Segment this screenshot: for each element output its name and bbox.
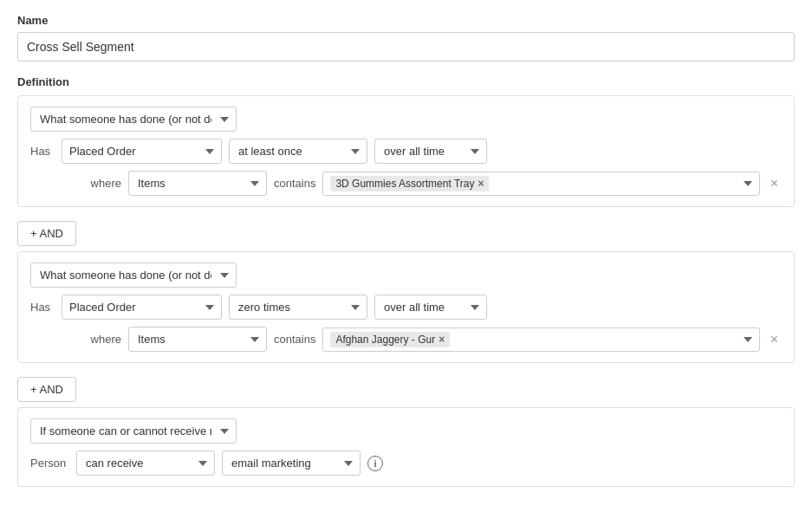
condition-block-3: If someone can or cannot receive marketi…	[17, 407, 795, 487]
remove-condition-2[interactable]: ×	[767, 331, 782, 348]
definition-label: Definition	[17, 75, 795, 88]
name-label: Name	[17, 14, 795, 27]
condition-type-select-2[interactable]: What someone has done (or not done)	[30, 262, 237, 288]
condition-block-1: What someone has done (or not done) Has …	[17, 95, 795, 207]
tag-container-2[interactable]: Afghan Jaggery - Gur ×	[322, 327, 759, 352]
where-label-1: where	[82, 177, 121, 190]
and-button-2[interactable]: + AND	[17, 377, 76, 402]
frequency-select-1[interactable]: at least once	[229, 139, 367, 164]
time-select-2[interactable]: over all time	[374, 295, 487, 320]
marketing-select[interactable]: email marketing	[222, 450, 361, 476]
time-select-1[interactable]: over all time	[374, 139, 487, 164]
tag-label-2: Afghan Jaggery - Gur	[335, 334, 435, 346]
tag-1: 3D Gummies Assortment Tray ×	[330, 176, 489, 191]
tag-label-1: 3D Gummies Assortment Tray	[335, 178, 474, 190]
frequency-select-2[interactable]: zero times	[229, 295, 367, 320]
condition-type-row-3: If someone can or cannot receive marketi…	[30, 418, 782, 444]
condition-type-select-3[interactable]: If someone can or cannot receive marketi…	[30, 418, 237, 444]
contains-label-1: contains	[274, 177, 315, 190]
where-label-2: where	[82, 333, 121, 346]
tag-container-1[interactable]: 3D Gummies Assortment Tray ×	[322, 172, 759, 196]
where-row-2: where Items contains Afghan Jaggery - Gu…	[82, 327, 782, 352]
condition-type-row-1: What someone has done (or not done)	[30, 107, 782, 132]
event-select-2[interactable]: Placed Order	[62, 295, 222, 320]
tag-remove-2[interactable]: ×	[438, 334, 445, 345]
condition-block-2: What someone has done (or not done) Has …	[17, 251, 795, 363]
tag-remove-1[interactable]: ×	[477, 178, 484, 189]
contains-label-2: contains	[274, 333, 315, 346]
where-field-select-2[interactable]: Items	[128, 327, 267, 352]
has-row-1: Has Placed Order at least once over all …	[30, 139, 782, 164]
person-select[interactable]: can receive	[76, 450, 215, 476]
remove-condition-1[interactable]: ×	[767, 175, 782, 192]
info-icon[interactable]: i	[367, 456, 383, 471]
name-input[interactable]	[17, 32, 795, 62]
person-row: Person can receive email marketing i	[30, 450, 782, 476]
where-field-select-1[interactable]: Items	[128, 171, 267, 196]
tag-2: Afghan Jaggery - Gur ×	[330, 332, 450, 347]
where-row-1: where Items contains 3D Gummies Assortme…	[82, 171, 782, 196]
has-label-1: Has	[30, 145, 55, 158]
has-row-2: Has Placed Order zero times over all tim…	[30, 295, 782, 320]
condition-type-row-2: What someone has done (or not done)	[30, 262, 782, 288]
condition-type-select-1[interactable]: What someone has done (or not done)	[30, 107, 237, 132]
has-label-2: Has	[30, 301, 55, 314]
person-label: Person	[30, 457, 69, 470]
and-button-1[interactable]: + AND	[17, 221, 76, 246]
event-select-1[interactable]: Placed Order	[62, 139, 222, 164]
